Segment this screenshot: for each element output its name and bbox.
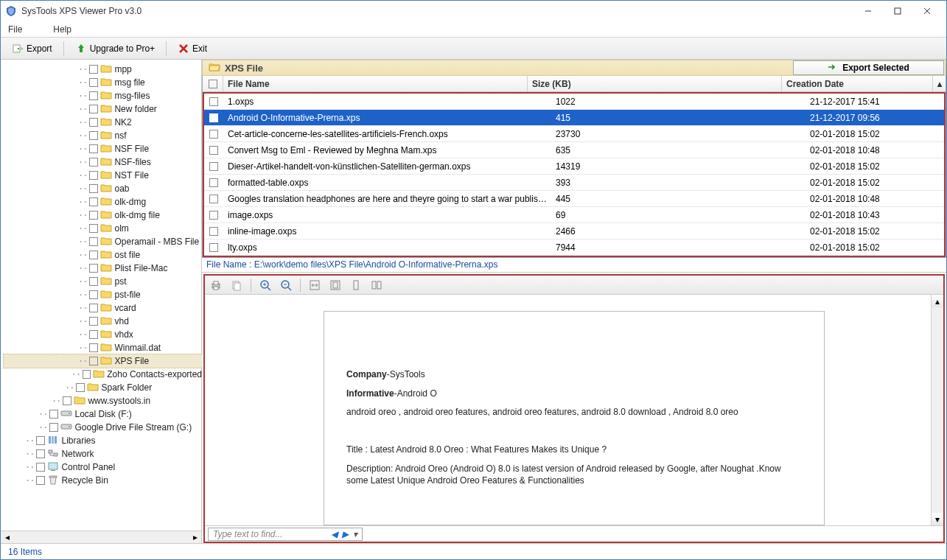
tree-checkbox[interactable] xyxy=(89,211,98,220)
tree-checkbox[interactable] xyxy=(89,343,98,352)
row-checkbox[interactable] xyxy=(209,146,218,155)
tree-item[interactable]: ··olk-dmg file xyxy=(4,209,202,222)
tree-checkbox[interactable] xyxy=(63,396,71,405)
menu-file[interactable]: File xyxy=(8,24,22,35)
tree-item[interactable]: ··pst-file xyxy=(4,288,202,301)
table-row[interactable]: inline-image.oxps246602-01-2018 15:02 xyxy=(204,223,944,239)
tree-item[interactable]: ··Google Drive File Stream (G:) xyxy=(4,421,202,434)
tree-checkbox[interactable] xyxy=(89,264,98,273)
tree-checkbox[interactable] xyxy=(89,158,98,167)
row-checkbox[interactable] xyxy=(209,113,218,122)
column-size[interactable]: Size (KB) xyxy=(528,76,782,91)
zoom-out-icon[interactable] xyxy=(279,279,293,292)
tree-item[interactable]: ··NSF-files xyxy=(4,155,202,169)
tree-item[interactable]: ··mpp xyxy=(4,63,202,76)
export-selected-button[interactable]: Export Selected xyxy=(793,60,944,75)
menu-help[interactable]: Help xyxy=(53,24,71,35)
tree-item[interactable]: ··msg-files xyxy=(4,89,202,102)
row-checkbox[interactable] xyxy=(209,211,218,220)
zoom-in-icon[interactable] xyxy=(259,279,272,292)
fit-page-icon[interactable] xyxy=(329,279,342,292)
tree-checkbox[interactable] xyxy=(89,91,98,100)
tree-item[interactable]: ··Control Panel xyxy=(4,461,202,474)
close-button[interactable] xyxy=(912,2,942,20)
tree-item[interactable]: ··Libraries xyxy=(4,434,202,447)
tree-checkbox[interactable] xyxy=(89,224,98,233)
tree-checkbox[interactable] xyxy=(89,144,98,153)
table-row[interactable]: Dieser-Artikel-handelt-von-künstlichen-S… xyxy=(204,158,944,175)
tree-checkbox[interactable] xyxy=(89,237,98,246)
row-checkbox[interactable] xyxy=(209,130,218,139)
column-creation-date[interactable]: Creation Date xyxy=(782,76,933,91)
tree-checkbox[interactable] xyxy=(36,476,45,485)
table-row[interactable]: formatted-table.oxps39302-01-2018 15:02 xyxy=(204,175,944,191)
upgrade-button[interactable]: Upgrade to Pro+ xyxy=(69,40,161,57)
minimize-button[interactable] xyxy=(853,2,883,20)
tree-checkbox[interactable] xyxy=(36,463,45,472)
tree-checkbox[interactable] xyxy=(89,131,98,140)
row-checkbox[interactable] xyxy=(209,97,218,106)
tree-checkbox[interactable] xyxy=(49,410,58,419)
tree-checkbox[interactable] xyxy=(89,317,98,326)
preview-vertical-scrollbar[interactable]: ▴ ▾ xyxy=(931,295,943,525)
table-body[interactable]: 1.oxps102221-12-2017 15:41Android O-Info… xyxy=(203,94,946,256)
tree-item[interactable]: ··Spark Folder xyxy=(4,381,202,394)
table-row[interactable]: image.oxps6902-01-2018 10:43 xyxy=(204,207,944,223)
export-button[interactable]: Export xyxy=(5,40,59,57)
tree-item[interactable]: ··New folder xyxy=(4,102,202,116)
header-checkbox[interactable] xyxy=(203,76,223,91)
tree-item[interactable]: ··vhd xyxy=(4,315,202,328)
tree-checkbox[interactable] xyxy=(89,290,98,299)
tree-checkbox[interactable] xyxy=(89,184,98,193)
two-page-icon[interactable] xyxy=(370,279,383,292)
row-checkbox[interactable] xyxy=(209,243,218,252)
tree-checkbox[interactable] xyxy=(89,197,98,206)
tree-checkbox[interactable] xyxy=(89,65,98,74)
tree-item[interactable]: ··Recycle Bin xyxy=(4,474,202,487)
tree-item[interactable]: ··Plist File-Mac xyxy=(4,262,202,275)
tree-item[interactable]: ··NK2 xyxy=(4,116,202,129)
tree-checkbox[interactable] xyxy=(89,357,98,365)
tree-item[interactable]: ··NSF File xyxy=(4,142,202,155)
tree-checkbox[interactable] xyxy=(36,436,45,445)
table-row[interactable]: Convert Msg to Eml - Reviewed by Meghna … xyxy=(204,142,944,158)
tree-item[interactable]: ··Operamail - MBS File xyxy=(4,235,202,248)
tree-item[interactable]: ··msg file xyxy=(4,76,202,89)
table-row[interactable]: Cet-article-concerne-les-satellites-arti… xyxy=(204,126,944,142)
row-checkbox[interactable] xyxy=(209,227,218,236)
tree-checkbox[interactable] xyxy=(89,251,98,259)
row-checkbox[interactable] xyxy=(209,162,218,171)
table-row[interactable]: 1.oxps102221-12-2017 15:41 xyxy=(204,94,944,110)
tree-checkbox[interactable] xyxy=(89,78,98,87)
print-icon[interactable] xyxy=(209,279,223,292)
tree-checkbox[interactable] xyxy=(89,304,98,312)
tree-horizontal-scrollbar[interactable]: ◂ ▸ xyxy=(1,531,201,543)
maximize-button[interactable] xyxy=(883,2,912,20)
scroll-down-arrow[interactable]: ▾ xyxy=(932,513,943,525)
tree-checkbox[interactable] xyxy=(83,370,91,379)
table-row[interactable]: lty.oxps794402-01-2018 15:02 xyxy=(204,239,944,256)
tree-item[interactable]: ··vhdx xyxy=(4,328,202,341)
page-viewport[interactable]: Company-SysTools Informative-Android O a… xyxy=(205,295,943,525)
tree-checkbox[interactable] xyxy=(76,383,85,392)
tree-checkbox[interactable] xyxy=(49,423,58,432)
find-prev-icon[interactable]: ◀ xyxy=(331,529,338,539)
scroll-left-arrow[interactable]: ◂ xyxy=(1,531,13,543)
tree-item[interactable]: ··olm xyxy=(4,222,202,235)
tree-checkbox[interactable] xyxy=(89,105,98,113)
scroll-up-arrow[interactable]: ▴ xyxy=(932,295,943,307)
find-dropdown-icon[interactable]: ▾ xyxy=(353,529,357,539)
tree-item[interactable]: ··nsf xyxy=(4,129,202,142)
scroll-right-arrow[interactable]: ▸ xyxy=(189,531,201,543)
tree-item[interactable]: ··Winmail.dat xyxy=(4,341,202,354)
tree-item[interactable]: ··NST File xyxy=(4,169,202,182)
tree-checkbox[interactable] xyxy=(89,277,98,286)
exit-button[interactable]: Exit xyxy=(171,40,214,57)
tree-checkbox[interactable] xyxy=(89,330,98,339)
tree-checkbox[interactable] xyxy=(36,449,45,458)
single-page-icon[interactable] xyxy=(349,279,363,292)
row-checkbox[interactable] xyxy=(209,195,218,203)
column-file-name[interactable]: File Name xyxy=(223,76,528,91)
copy-icon[interactable] xyxy=(230,279,243,292)
tree-item[interactable]: ··Local Disk (F:) xyxy=(4,407,202,421)
